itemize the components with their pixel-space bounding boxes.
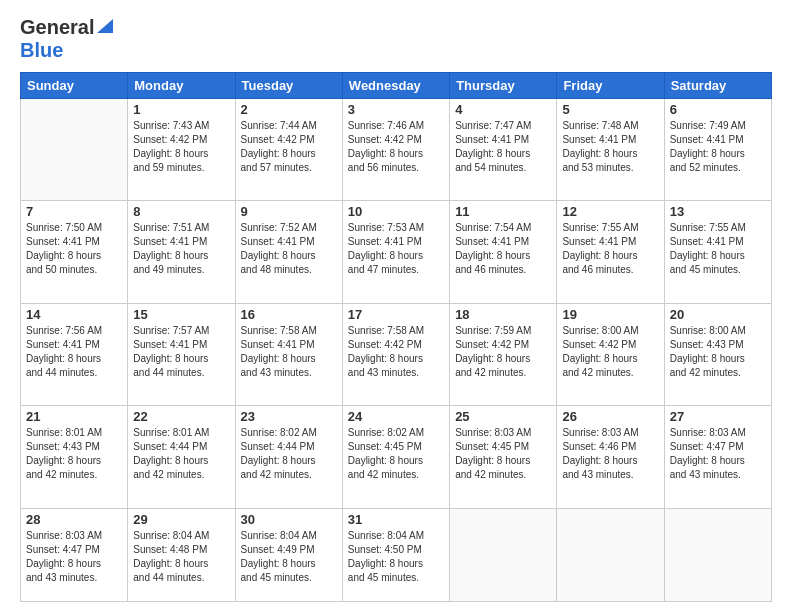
day-info: Sunrise: 7:54 AMSunset: 4:41 PMDaylight:… — [455, 221, 551, 277]
day-info: Sunrise: 8:03 AMSunset: 4:45 PMDaylight:… — [455, 426, 551, 482]
day-number: 23 — [241, 409, 337, 424]
day-info: Sunrise: 7:53 AMSunset: 4:41 PMDaylight:… — [348, 221, 444, 277]
logo-blue-text: Blue — [20, 39, 63, 61]
day-info: Sunrise: 8:03 AMSunset: 4:46 PMDaylight:… — [562, 426, 658, 482]
day-number: 15 — [133, 307, 229, 322]
day-number: 6 — [670, 102, 766, 117]
calendar-cell: 6Sunrise: 7:49 AMSunset: 4:41 PMDaylight… — [664, 99, 771, 201]
day-number: 3 — [348, 102, 444, 117]
day-info: Sunrise: 7:57 AMSunset: 4:41 PMDaylight:… — [133, 324, 229, 380]
day-info: Sunrise: 7:47 AMSunset: 4:41 PMDaylight:… — [455, 119, 551, 175]
day-info: Sunrise: 7:59 AMSunset: 4:42 PMDaylight:… — [455, 324, 551, 380]
day-number: 9 — [241, 204, 337, 219]
weekday-header-thursday: Thursday — [450, 73, 557, 99]
weekday-header-monday: Monday — [128, 73, 235, 99]
weekday-header-saturday: Saturday — [664, 73, 771, 99]
day-info: Sunrise: 7:46 AMSunset: 4:42 PMDaylight:… — [348, 119, 444, 175]
week-row-0: 1Sunrise: 7:43 AMSunset: 4:42 PMDaylight… — [21, 99, 772, 201]
calendar-cell: 30Sunrise: 8:04 AMSunset: 4:49 PMDayligh… — [235, 508, 342, 601]
day-number: 25 — [455, 409, 551, 424]
day-info: Sunrise: 8:01 AMSunset: 4:44 PMDaylight:… — [133, 426, 229, 482]
week-row-1: 7Sunrise: 7:50 AMSunset: 4:41 PMDaylight… — [21, 201, 772, 303]
calendar-cell: 29Sunrise: 8:04 AMSunset: 4:48 PMDayligh… — [128, 508, 235, 601]
logo: General Blue — [20, 16, 113, 62]
day-info: Sunrise: 7:55 AMSunset: 4:41 PMDaylight:… — [562, 221, 658, 277]
calendar-cell: 26Sunrise: 8:03 AMSunset: 4:46 PMDayligh… — [557, 406, 664, 508]
calendar-table: SundayMondayTuesdayWednesdayThursdayFrid… — [20, 72, 772, 602]
logo-arrow-icon — [97, 19, 113, 39]
calendar-cell: 15Sunrise: 7:57 AMSunset: 4:41 PMDayligh… — [128, 303, 235, 405]
day-info: Sunrise: 8:04 AMSunset: 4:50 PMDaylight:… — [348, 529, 444, 585]
day-number: 20 — [670, 307, 766, 322]
day-info: Sunrise: 7:55 AMSunset: 4:41 PMDaylight:… — [670, 221, 766, 277]
calendar-cell: 17Sunrise: 7:58 AMSunset: 4:42 PMDayligh… — [342, 303, 449, 405]
day-info: Sunrise: 7:48 AMSunset: 4:41 PMDaylight:… — [562, 119, 658, 175]
calendar-cell: 1Sunrise: 7:43 AMSunset: 4:42 PMDaylight… — [128, 99, 235, 201]
weekday-header-friday: Friday — [557, 73, 664, 99]
calendar-cell: 10Sunrise: 7:53 AMSunset: 4:41 PMDayligh… — [342, 201, 449, 303]
day-number: 18 — [455, 307, 551, 322]
day-number: 17 — [348, 307, 444, 322]
calendar-cell: 12Sunrise: 7:55 AMSunset: 4:41 PMDayligh… — [557, 201, 664, 303]
calendar-cell: 14Sunrise: 7:56 AMSunset: 4:41 PMDayligh… — [21, 303, 128, 405]
day-number: 14 — [26, 307, 122, 322]
day-info: Sunrise: 7:51 AMSunset: 4:41 PMDaylight:… — [133, 221, 229, 277]
calendar-cell: 4Sunrise: 7:47 AMSunset: 4:41 PMDaylight… — [450, 99, 557, 201]
calendar-cell: 3Sunrise: 7:46 AMSunset: 4:42 PMDaylight… — [342, 99, 449, 201]
day-info: Sunrise: 7:43 AMSunset: 4:42 PMDaylight:… — [133, 119, 229, 175]
calendar-cell — [450, 508, 557, 601]
day-info: Sunrise: 8:02 AMSunset: 4:44 PMDaylight:… — [241, 426, 337, 482]
day-info: Sunrise: 7:50 AMSunset: 4:41 PMDaylight:… — [26, 221, 122, 277]
day-info: Sunrise: 7:52 AMSunset: 4:41 PMDaylight:… — [241, 221, 337, 277]
calendar-cell: 25Sunrise: 8:03 AMSunset: 4:45 PMDayligh… — [450, 406, 557, 508]
day-number: 21 — [26, 409, 122, 424]
calendar-cell: 9Sunrise: 7:52 AMSunset: 4:41 PMDaylight… — [235, 201, 342, 303]
day-info: Sunrise: 7:56 AMSunset: 4:41 PMDaylight:… — [26, 324, 122, 380]
week-row-2: 14Sunrise: 7:56 AMSunset: 4:41 PMDayligh… — [21, 303, 772, 405]
header: General Blue — [20, 16, 772, 62]
day-info: Sunrise: 8:00 AMSunset: 4:42 PMDaylight:… — [562, 324, 658, 380]
calendar-cell: 7Sunrise: 7:50 AMSunset: 4:41 PMDaylight… — [21, 201, 128, 303]
day-info: Sunrise: 7:44 AMSunset: 4:42 PMDaylight:… — [241, 119, 337, 175]
day-info: Sunrise: 8:04 AMSunset: 4:48 PMDaylight:… — [133, 529, 229, 585]
calendar-cell: 5Sunrise: 7:48 AMSunset: 4:41 PMDaylight… — [557, 99, 664, 201]
day-info: Sunrise: 8:01 AMSunset: 4:43 PMDaylight:… — [26, 426, 122, 482]
calendar-cell: 19Sunrise: 8:00 AMSunset: 4:42 PMDayligh… — [557, 303, 664, 405]
calendar-cell: 2Sunrise: 7:44 AMSunset: 4:42 PMDaylight… — [235, 99, 342, 201]
day-number: 29 — [133, 512, 229, 527]
day-number: 30 — [241, 512, 337, 527]
day-info: Sunrise: 8:03 AMSunset: 4:47 PMDaylight:… — [26, 529, 122, 585]
calendar-cell: 16Sunrise: 7:58 AMSunset: 4:41 PMDayligh… — [235, 303, 342, 405]
day-number: 16 — [241, 307, 337, 322]
calendar-cell — [557, 508, 664, 601]
week-row-4: 28Sunrise: 8:03 AMSunset: 4:47 PMDayligh… — [21, 508, 772, 601]
calendar-cell: 28Sunrise: 8:03 AMSunset: 4:47 PMDayligh… — [21, 508, 128, 601]
day-number: 19 — [562, 307, 658, 322]
day-info: Sunrise: 8:04 AMSunset: 4:49 PMDaylight:… — [241, 529, 337, 585]
calendar-cell: 24Sunrise: 8:02 AMSunset: 4:45 PMDayligh… — [342, 406, 449, 508]
logo-general-text: General — [20, 16, 94, 39]
weekday-header-tuesday: Tuesday — [235, 73, 342, 99]
svg-marker-0 — [97, 19, 113, 33]
day-number: 13 — [670, 204, 766, 219]
day-number: 5 — [562, 102, 658, 117]
day-info: Sunrise: 8:03 AMSunset: 4:47 PMDaylight:… — [670, 426, 766, 482]
calendar-cell: 13Sunrise: 7:55 AMSunset: 4:41 PMDayligh… — [664, 201, 771, 303]
day-number: 27 — [670, 409, 766, 424]
day-number: 22 — [133, 409, 229, 424]
day-info: Sunrise: 7:58 AMSunset: 4:42 PMDaylight:… — [348, 324, 444, 380]
calendar-cell: 22Sunrise: 8:01 AMSunset: 4:44 PMDayligh… — [128, 406, 235, 508]
calendar-cell — [664, 508, 771, 601]
page: General Blue SundayMondayTuesdayWednesda… — [0, 0, 792, 612]
day-info: Sunrise: 7:58 AMSunset: 4:41 PMDaylight:… — [241, 324, 337, 380]
calendar-cell: 11Sunrise: 7:54 AMSunset: 4:41 PMDayligh… — [450, 201, 557, 303]
calendar-cell: 8Sunrise: 7:51 AMSunset: 4:41 PMDaylight… — [128, 201, 235, 303]
day-number: 26 — [562, 409, 658, 424]
day-info: Sunrise: 8:00 AMSunset: 4:43 PMDaylight:… — [670, 324, 766, 380]
day-number: 4 — [455, 102, 551, 117]
calendar-cell: 18Sunrise: 7:59 AMSunset: 4:42 PMDayligh… — [450, 303, 557, 405]
calendar-cell: 20Sunrise: 8:00 AMSunset: 4:43 PMDayligh… — [664, 303, 771, 405]
week-row-3: 21Sunrise: 8:01 AMSunset: 4:43 PMDayligh… — [21, 406, 772, 508]
day-number: 31 — [348, 512, 444, 527]
day-number: 28 — [26, 512, 122, 527]
